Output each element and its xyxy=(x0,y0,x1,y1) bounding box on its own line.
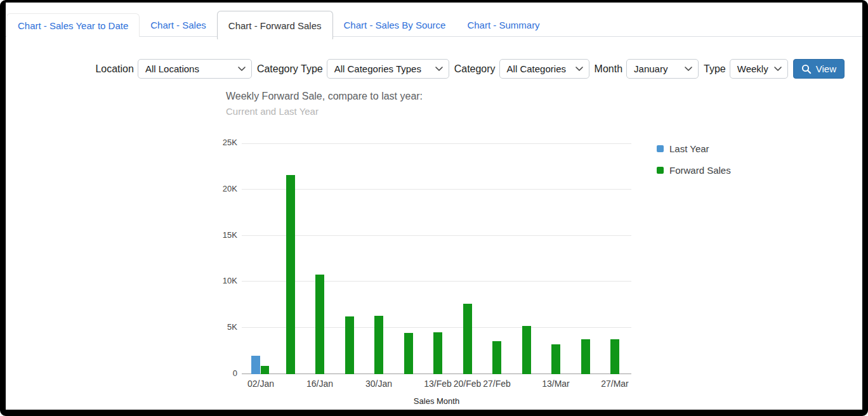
category-type-label: Category Type xyxy=(257,63,323,75)
location-label: Location xyxy=(95,63,134,75)
y-tick-label: 10K xyxy=(209,276,237,286)
gridline xyxy=(242,235,631,236)
y-tick-label: 20K xyxy=(209,184,237,194)
legend-item-forward-sales: Forward Sales xyxy=(657,164,731,176)
type-label: Type xyxy=(704,63,726,75)
chevron-down-icon xyxy=(774,67,782,72)
filter-month: Month January xyxy=(595,59,699,79)
month-select-value: January xyxy=(634,63,667,74)
y-tick-label: 5K xyxy=(209,322,237,332)
tab-label: Chart - Forward Sales xyxy=(228,20,322,31)
chart-title: Weekly Forward Sale, compare to last yea… xyxy=(226,91,423,102)
chevron-down-icon xyxy=(575,67,583,72)
tab-chart-summary[interactable]: Chart - Summary xyxy=(456,13,550,37)
tab-chart-sales[interactable]: Chart - Sales xyxy=(140,13,217,37)
filter-location: Location All Locations xyxy=(95,59,252,79)
bar-forward-sales-20-Mar[interactable] xyxy=(581,339,590,374)
legend-swatch-icon xyxy=(657,145,664,152)
x-tick-label: 16/Jan xyxy=(300,379,339,389)
legend-label: Forward Sales xyxy=(669,165,731,176)
chevron-down-icon xyxy=(685,67,692,72)
gridline xyxy=(242,189,631,190)
gridline xyxy=(242,281,631,282)
app-window: Chart - Sales Year to Date Chart - Sales… xyxy=(0,0,868,416)
search-icon xyxy=(801,64,812,74)
bar-forward-sales-09-Jan[interactable] xyxy=(286,175,295,374)
gridline xyxy=(242,143,631,144)
legend-item-last-year: Last Year xyxy=(657,142,731,155)
gridline xyxy=(242,327,631,328)
x-tick-label: 02/Jan xyxy=(241,379,280,389)
filter-toolbar: Location All Locations Category Type All… xyxy=(95,59,845,79)
category-label: Category xyxy=(454,63,496,75)
tab-chart-sales-by-source[interactable]: Chart - Sales By Source xyxy=(333,13,457,37)
y-tick-label: 0 xyxy=(209,368,237,379)
chart-legend: Last Year Forward Sales xyxy=(657,142,731,185)
tab-chart-forward-sales[interactable]: Chart - Forward Sales xyxy=(217,11,333,40)
chevron-down-icon xyxy=(435,67,443,72)
x-tick-label: 30/Jan xyxy=(359,379,398,389)
y-tick-label: 25K xyxy=(209,138,237,148)
type-select-value: Weekly xyxy=(737,63,768,74)
chart-subtitle: Current and Last Year xyxy=(226,106,319,117)
bar-forward-sales-27-Feb[interactable] xyxy=(492,341,501,374)
month-label: Month xyxy=(595,63,622,75)
bar-forward-sales-16-Jan[interactable] xyxy=(315,275,324,374)
bar-forward-sales-06-Feb[interactable] xyxy=(404,333,413,374)
legend-label: Last Year xyxy=(669,143,709,154)
x-tick-label: 13/Mar xyxy=(536,379,575,389)
category-type-select[interactable]: All Categories Types xyxy=(327,59,449,79)
page-content: Chart - Sales Year to Date Chart - Sales… xyxy=(6,3,862,410)
type-select[interactable]: Weekly xyxy=(730,59,788,79)
tab-label: Chart - Sales Year to Date xyxy=(18,20,128,31)
tab-chart-sales-year-to-date[interactable]: Chart - Sales Year to Date xyxy=(6,13,140,37)
bar-forward-sales-27-Mar[interactable] xyxy=(610,339,619,374)
tab-bar: Chart - Sales Year to Date Chart - Sales… xyxy=(6,13,862,37)
view-button[interactable]: View xyxy=(793,59,845,79)
tab-label: Chart - Sales By Source xyxy=(344,20,446,30)
bar-forward-sales-06-Mar[interactable] xyxy=(522,326,531,374)
filter-type: Type Weekly xyxy=(704,59,788,79)
bar-forward-sales-02-Jan[interactable] xyxy=(261,366,269,374)
category-select-value: All Categories xyxy=(507,63,566,74)
bar-forward-sales-13-Feb[interactable] xyxy=(433,332,442,374)
x-axis-title: Sales Month xyxy=(242,396,631,406)
x-tick-label: 27/Mar xyxy=(595,379,635,389)
category-type-select-value: All Categories Types xyxy=(334,63,421,74)
legend-swatch-icon xyxy=(657,167,664,174)
x-tick-label: 27/Feb xyxy=(477,379,516,389)
plot-area: 05K10K15K20K25K02/Jan16/Jan30/Jan13/Feb2… xyxy=(242,143,631,374)
location-select-value: All Locations xyxy=(145,63,199,74)
y-tick-label: 15K xyxy=(209,230,237,240)
view-button-label: View xyxy=(816,63,836,74)
tab-label: Chart - Summary xyxy=(467,20,539,30)
chevron-down-icon xyxy=(238,67,246,72)
bar-forward-sales-20-Feb[interactable] xyxy=(463,304,472,374)
month-select[interactable]: January xyxy=(626,59,699,79)
filter-category: Category All Categories xyxy=(454,59,589,79)
filter-category-type: Category Type All Categories Types xyxy=(257,59,449,79)
bar-forward-sales-23-Jan[interactable] xyxy=(345,316,354,374)
bar-last-year-02-Jan[interactable] xyxy=(251,356,260,374)
category-select[interactable]: All Categories xyxy=(499,59,589,79)
location-select[interactable]: All Locations xyxy=(138,59,252,79)
tab-label: Chart - Sales xyxy=(150,20,206,30)
bar-forward-sales-30-Jan[interactable] xyxy=(374,316,383,374)
bar-forward-sales-13-Mar[interactable] xyxy=(551,344,560,374)
